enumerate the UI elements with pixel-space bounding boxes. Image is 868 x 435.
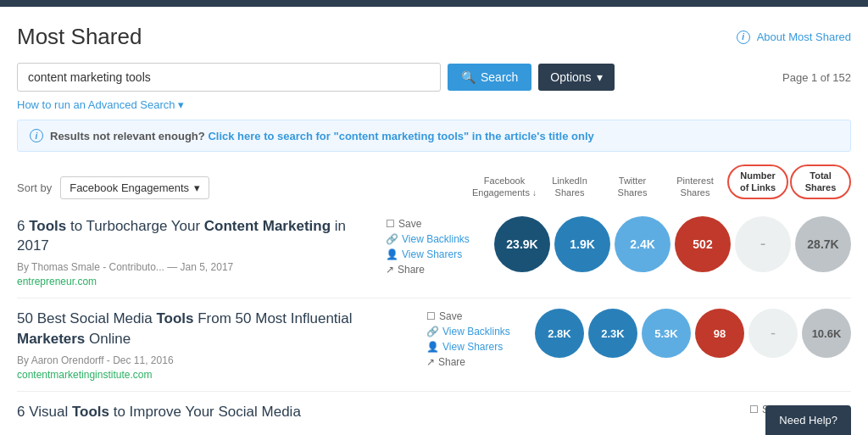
col-header-linkedin: LinkedInShares [539, 175, 600, 199]
col-header-pinterest: PinterestShares [665, 175, 726, 199]
result-meta-1: By Thomas Smale - Contributo... — Jan 5,… [17, 261, 379, 273]
view-sharers-1[interactable]: 👤 View Sharers [386, 248, 487, 260]
page-info: Page 1 of 152 [782, 71, 851, 84]
linkedin-metric-1: 1.9K [554, 216, 610, 272]
advanced-search-link[interactable]: How to run an Advanced Search ▾ [17, 98, 851, 120]
results-list: 6 Tools to Turbocharge Your Content Mark… [17, 206, 851, 435]
result-content-1: 6 Tools to Turbocharge Your Content Mark… [17, 216, 379, 288]
sort-dropdown[interactable]: Facebook Engagements ▾ [60, 176, 209, 199]
facebook-metric-2: 2.8K [535, 309, 584, 358]
col-header-twitter: TwitterShares [602, 175, 663, 199]
linkedin-metric-2: 2.3K [588, 309, 637, 358]
col-header-total: TotalShares [790, 165, 851, 199]
col-header-facebook: FacebookEngagements ↓ [471, 175, 537, 199]
title-search-link[interactable]: Click here to search for "content market… [208, 130, 593, 142]
pinterest-metric-2: 98 [695, 309, 744, 358]
total-metric-2: 10.6K [802, 309, 851, 358]
share-button-1[interactable]: ↗ Share [386, 264, 487, 276]
save-button-1[interactable]: ☐ Save [386, 218, 487, 230]
result-link-2[interactable]: 50 Best Social Media Tools From 50 Most … [17, 310, 353, 347]
pinterest-metric-1: 502 [675, 216, 731, 272]
sort-row: Sort by Facebook Engagements ▾ [17, 176, 209, 199]
result-metrics-1: 23.9K 1.9K 2.4K 502 - 28.7K [494, 216, 851, 272]
result-actions-1: ☐ Save 🔗 View Backlinks 👤 View Sharers ↗… [386, 216, 487, 276]
sort-and-headers: Sort by Facebook Engagements ▾ FacebookE… [17, 165, 851, 206]
search-button[interactable]: 🔍 Search [448, 64, 531, 91]
chevron-down-icon: ▾ [597, 70, 603, 84]
sort-label: Sort by [17, 181, 52, 194]
twitter-metric-2: 5.3K [642, 309, 691, 358]
result-meta-2: By Aaron Orendorff - Dec 11, 2016 [17, 354, 420, 366]
info-icon: i [737, 31, 750, 44]
facebook-metric-1: 23.9K [494, 216, 550, 272]
table-row: 50 Best Social Media Tools From 50 Most … [17, 298, 851, 392]
total-metric-1: 28.7K [795, 216, 851, 272]
need-help-button[interactable]: Need Help? [765, 405, 851, 435]
table-row: 6 Tools to Turbocharge Your Content Mark… [17, 206, 851, 299]
result-title-1[interactable]: 6 Tools to Turbocharge Your Content Mark… [17, 216, 379, 257]
banner-text: Results not relevant enough? Click here … [50, 130, 594, 142]
relevance-banner: i Results not relevant enough? Click her… [17, 120, 851, 152]
result-title-3[interactable]: 6 Visual Tools to Improve Your Social Me… [17, 402, 743, 422]
links-metric-2: - [748, 309, 798, 358]
share-button-2[interactable]: ↗ Share [426, 356, 528, 368]
save-button-2[interactable]: ☐ Save [426, 310, 528, 322]
table-row: 6 Visual Tools to Improve Your Social Me… [17, 392, 851, 435]
twitter-metric-1: 2.4K [615, 216, 670, 272]
view-sharers-2[interactable]: 👤 View Sharers [426, 341, 528, 353]
result-domain-1: entrepreneur.com [17, 276, 379, 287]
col-header-links: Numberof Links [727, 165, 788, 199]
result-content-3: 6 Visual Tools to Improve Your Social Me… [17, 402, 743, 427]
links-metric-1: - [735, 216, 791, 272]
search-input[interactable] [17, 63, 441, 92]
page-title: Most Shared [17, 24, 142, 50]
column-headers: FacebookEngagements ↓ LinkedInShares Twi… [471, 165, 851, 199]
result-metrics-2: 2.8K 2.3K 5.3K 98 - 10.6K [535, 309, 851, 358]
search-bar: 🔍 Search Options ▾ Page 1 of 152 [17, 63, 851, 98]
about-most-shared-link[interactable]: i About Most Shared [737, 31, 851, 44]
result-link-3[interactable]: 6 Visual Tools to Improve Your Social Me… [17, 404, 301, 420]
chevron-down-icon: ▾ [178, 98, 184, 111]
top-bar [0, 0, 868, 7]
search-icon: 🔍 [461, 70, 476, 84]
result-content-2: 50 Best Social Media Tools From 50 Most … [17, 309, 420, 381]
view-backlinks-1[interactable]: 🔗 View Backlinks [386, 233, 487, 245]
result-domain-2: contentmarketinginstitute.com [17, 369, 420, 381]
result-title-2[interactable]: 50 Best Social Media Tools From 50 Most … [17, 309, 420, 349]
banner-info-icon: i [30, 129, 43, 142]
view-backlinks-2[interactable]: 🔗 View Backlinks [426, 326, 528, 337]
result-actions-2: ☐ Save 🔗 View Backlinks 👤 View Sharers ↗… [426, 309, 528, 368]
result-link-1[interactable]: 6 Tools to Turbocharge Your Content Mark… [17, 218, 346, 254]
chevron-down-icon: ▾ [194, 181, 200, 194]
options-button[interactable]: Options ▾ [538, 64, 614, 91]
